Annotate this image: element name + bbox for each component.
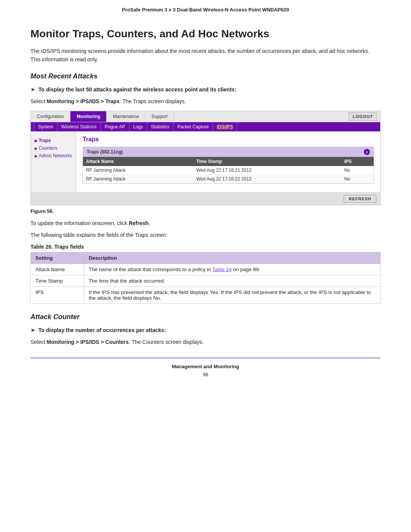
ui-bottom-bar: REFRESH xyxy=(31,192,380,205)
sidebar-item-adhoc-networks[interactable]: Adhoc Networks xyxy=(35,152,72,160)
bullet-bold-2: To display the number of occurrences per… xyxy=(38,327,166,333)
desc-row-timestamp: Time Stamp The time that the attack occu… xyxy=(31,275,381,286)
ui-table: Attack Name Time Stamp IPS RF Jamming At… xyxy=(83,157,374,184)
attack-name-2: RF Jamming Attack xyxy=(83,174,193,183)
footer: Management and Monitoring 96 xyxy=(30,358,381,381)
ui-sub-nav: System Wireless Stations Rogue AP Logs S… xyxy=(31,122,380,131)
instruction-post-2: . The Counters screen displays. xyxy=(129,339,204,345)
bullet-bold-1: To display the last 50 attacks against t… xyxy=(38,86,236,93)
ui-main: Traps Counters Adhoc Networks Traps Trap… xyxy=(31,131,380,192)
sidebar-item-traps[interactable]: Traps xyxy=(35,137,72,144)
content-area: Monitor Traps, Counters, and Ad Hoc Netw… xyxy=(0,16,411,532)
update-pre: To update the information onscreen, clic… xyxy=(30,220,129,226)
nav-item-maintenance[interactable]: Maintenance xyxy=(107,111,145,122)
ui-content-title: Traps xyxy=(83,136,374,143)
bullet-text-1: To display the last 50 attacks against t… xyxy=(38,86,236,94)
page-wrapper: ProSafe Premium 3 x 3 Dual-Band Wireless… xyxy=(0,0,411,532)
desc-row-ips: IPS If the IPS has prevented the attack,… xyxy=(31,286,381,304)
following-text: The following table explains the fields … xyxy=(30,231,381,239)
subnav-statistics[interactable]: Statistics xyxy=(147,122,174,131)
nav-item-support[interactable]: Support xyxy=(145,111,174,122)
bullet-item-1: ➤ To display the last 50 attacks against… xyxy=(30,86,381,94)
instruction-post-1: . The Traps screen displays. xyxy=(119,98,186,104)
section2: Attack Counter ➤ To display the number o… xyxy=(30,313,381,346)
bullet-arrow-icon-2: ➤ xyxy=(30,327,35,334)
instruction-pre-2: Select xyxy=(30,339,47,345)
ui-traps-box: Traps (802.11ng) i Attack Name Time Stam… xyxy=(83,147,374,184)
refresh-button[interactable]: REFRESH xyxy=(344,195,376,203)
desc-desc-ips: If the IPS has prevented the attack, the… xyxy=(84,286,381,304)
bullet-item-2: ➤ To display the number of occurrences p… xyxy=(30,326,381,334)
desc-setting-timestamp: Time Stamp xyxy=(31,275,84,286)
desc-col-setting: Setting xyxy=(31,252,84,264)
footer-page: 96 xyxy=(30,372,381,377)
nav-item-configuration[interactable]: Configuration xyxy=(31,111,70,122)
subnav-wireless-stations[interactable]: Wireless Stations xyxy=(57,122,101,131)
desc-table: Setting Description Attack Name The name… xyxy=(30,252,381,304)
update-post: . xyxy=(149,220,150,226)
table-caption: Table 26. Traps fields xyxy=(30,244,381,250)
product-title: ProSafe Premium 3 x 3 Dual-Band Wireless… xyxy=(122,7,289,13)
ips-1: No xyxy=(341,166,374,175)
section1-title: Most Recent Attacks xyxy=(30,72,381,80)
subnav-packet-capture[interactable]: Packet Capture xyxy=(174,122,213,131)
instruction-bold-1: Monitoring > IPS/IDS > Traps xyxy=(47,98,119,104)
instruction-bold-2: Monitoring > IPS/IDS > Counters xyxy=(47,339,129,345)
nav-item-monitoring[interactable]: Monitoring xyxy=(70,111,107,122)
select-instruction-1: Select Monitoring > IPS/IDS > Traps. The… xyxy=(30,97,381,105)
ips-2: No xyxy=(341,174,374,183)
col-ips: IPS xyxy=(341,157,374,166)
section2-title: Attack Counter xyxy=(30,313,381,321)
ui-content: Traps Traps (802.11ng) i Attack Name Tim… xyxy=(76,131,380,192)
col-attack-name: Attack Name xyxy=(83,157,193,166)
ui-nav-bar: Configuration Monitoring Maintenance Sup… xyxy=(31,111,380,122)
subnav-logs[interactable]: Logs xyxy=(129,122,147,131)
info-icon[interactable]: i xyxy=(364,149,370,155)
sidebar-item-counters[interactable]: Counters xyxy=(35,144,72,152)
logout-button[interactable]: LOGOUT xyxy=(349,112,377,121)
subnav-system[interactable]: System xyxy=(34,122,57,131)
ui-screenshot: Configuration Monitoring Maintenance Sup… xyxy=(30,111,381,205)
ui-sidebar: Traps Counters Adhoc Networks xyxy=(31,131,76,192)
attack-name-1: RF Jamming Attack xyxy=(83,166,193,175)
page-title: Monitor Traps, Counters, and Ad Hoc Netw… xyxy=(30,28,381,40)
figure-label: Figure 56. xyxy=(30,208,381,214)
subnav-ids-ips[interactable]: IDS/IPS xyxy=(213,122,237,131)
table-row: RF Jamming Attack Wed Aug 22 17:16:21 20… xyxy=(83,166,374,175)
intro-text: The IDS/IPS monitoring screens provide i… xyxy=(30,47,381,64)
time-stamp-2: Wed Aug 22 17:16:22 2012 xyxy=(193,174,341,183)
instruction-pre-1: Select xyxy=(30,98,47,104)
update-bold: Refresh xyxy=(129,220,148,226)
desc-setting-ips: IPS xyxy=(31,286,84,304)
bullet-arrow-icon: ➤ xyxy=(30,86,35,93)
table24-link[interactable]: Table 24 xyxy=(212,267,232,272)
select-instruction-2: Select Monitoring > IPS/IDS > Counters. … xyxy=(30,338,381,346)
ui-traps-header: Traps (802.11ng) i xyxy=(83,147,374,157)
subnav-rogue-ap[interactable]: Rogue AP xyxy=(101,122,129,131)
footer-label: Management and Monitoring xyxy=(30,364,381,369)
top-header: ProSafe Premium 3 x 3 Dual-Band Wireless… xyxy=(0,0,411,16)
desc-col-description: Description xyxy=(84,252,381,264)
desc-row-attack-name: Attack Name The name of the attack that … xyxy=(31,264,381,275)
traps-box-label: Traps (802.11ng) xyxy=(87,149,123,155)
desc-desc-attack: The name of the attack that corresponds … xyxy=(84,264,381,275)
bullet-text-2: To display the number of occurrences per… xyxy=(38,326,166,334)
col-time-stamp: Time Stamp xyxy=(193,157,341,166)
table-row: RF Jamming Attack Wed Aug 22 17:16:22 20… xyxy=(83,174,374,183)
time-stamp-1: Wed Aug 22 17:16:21 2012 xyxy=(193,166,341,175)
update-text: To update the information onscreen, clic… xyxy=(30,219,381,227)
desc-setting-attack: Attack Name xyxy=(31,264,84,275)
desc-desc-timestamp: The time that the attack occurred. xyxy=(84,275,381,286)
